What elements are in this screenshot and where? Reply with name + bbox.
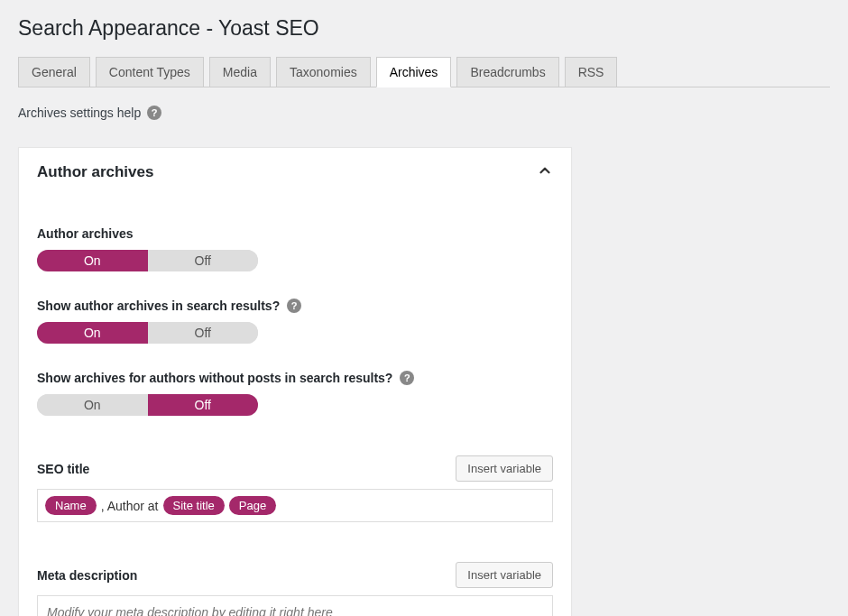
tab-taxonomies[interactable]: Taxonomies bbox=[276, 57, 371, 87]
toggle-on[interactable]: On bbox=[37, 250, 148, 271]
author-archives-panel: Author archives Author archives On Off S… bbox=[18, 147, 572, 616]
toggle-author-archives[interactable]: On Off bbox=[37, 250, 258, 271]
panel-body: Author archives On Off Show author archi… bbox=[19, 196, 571, 616]
tab-general[interactable]: General bbox=[18, 57, 90, 87]
tab-content-types[interactable]: Content Types bbox=[96, 57, 204, 87]
toggle-on[interactable]: On bbox=[37, 322, 148, 344]
help-text-label: Archives settings help bbox=[18, 106, 141, 120]
toggle-off[interactable]: Off bbox=[148, 322, 259, 344]
chevron-up-icon bbox=[537, 162, 553, 181]
toggle-on[interactable]: On bbox=[37, 394, 148, 416]
insert-variable-button[interactable]: Insert variable bbox=[456, 455, 553, 482]
setting-show-in-results: Show author archives in search results? … bbox=[37, 299, 553, 344]
setting-author-archives: Author archives On Off bbox=[37, 226, 553, 271]
tabs-nav: General Content Types Media Taxonomies A… bbox=[18, 57, 830, 87]
toggle-off[interactable]: Off bbox=[148, 250, 259, 271]
toggle-show-in-results[interactable]: On Off bbox=[37, 322, 258, 344]
help-icon[interactable]: ? bbox=[287, 299, 301, 313]
var-chip-page[interactable]: Page bbox=[229, 496, 276, 515]
archives-settings-help: Archives settings help ? bbox=[18, 106, 830, 120]
label-show-without-posts: Show archives for authors without posts … bbox=[37, 371, 553, 385]
var-chip-sitetitle[interactable]: Site title bbox=[163, 496, 225, 515]
setting-show-without-posts: Show archives for authors without posts … bbox=[37, 371, 553, 416]
page-title: Search Appearance - Yoast SEO bbox=[18, 16, 830, 41]
help-icon[interactable]: ? bbox=[147, 106, 161, 120]
seo-title-input[interactable]: Name , Author at Site title Page bbox=[37, 489, 553, 522]
label-text: Show archives for authors without posts … bbox=[37, 371, 392, 385]
label-text: Show author archives in search results? bbox=[37, 299, 280, 313]
seo-title-row: SEO title Insert variable bbox=[37, 455, 553, 482]
label-show-in-results: Show author archives in search results? … bbox=[37, 299, 553, 313]
meta-description-input[interactable] bbox=[37, 595, 553, 616]
label-author-archives: Author archives bbox=[37, 226, 553, 241]
toggle-show-without-posts[interactable]: On Off bbox=[37, 394, 258, 416]
toggle-off[interactable]: Off bbox=[148, 394, 259, 416]
meta-description-label: Meta description bbox=[37, 568, 137, 583]
var-chip-name[interactable]: Name bbox=[45, 496, 97, 515]
panel-title: Author archives bbox=[37, 163, 153, 181]
tab-rss[interactable]: RSS bbox=[565, 57, 618, 87]
seo-title-label: SEO title bbox=[37, 462, 89, 476]
tab-media[interactable]: Media bbox=[209, 57, 271, 87]
meta-description-row: Meta description Insert variable bbox=[37, 562, 553, 588]
help-icon[interactable]: ? bbox=[400, 371, 414, 385]
label-text: Author archives bbox=[37, 226, 134, 241]
tab-archives[interactable]: Archives bbox=[376, 57, 452, 87]
tab-breadcrumbs[interactable]: Breadcrumbs bbox=[456, 57, 558, 87]
seo-title-text: , Author at bbox=[101, 499, 159, 513]
panel-header[interactable]: Author archives bbox=[19, 148, 571, 196]
insert-variable-button[interactable]: Insert variable bbox=[456, 562, 553, 588]
